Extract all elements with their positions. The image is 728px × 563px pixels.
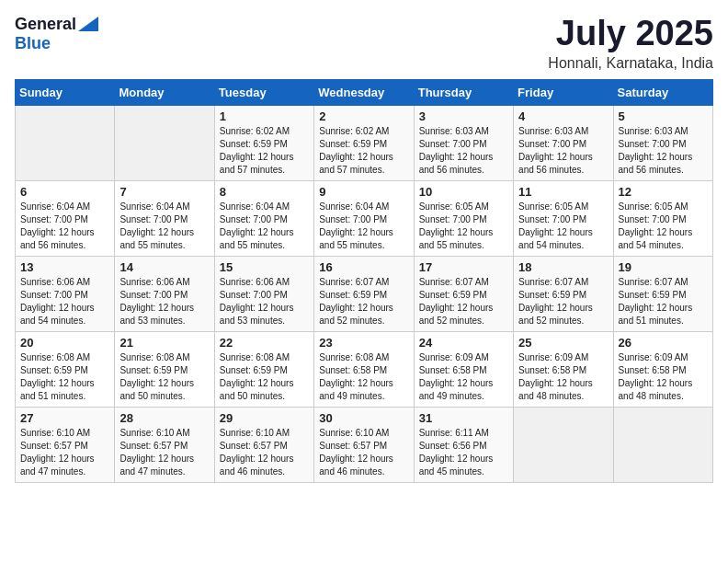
day-number: 24 (419, 336, 508, 350)
day-info: Sunrise: 6:02 AMSunset: 6:59 PMDaylight:… (220, 125, 309, 177)
logo-icon (78, 17, 98, 31)
day-cell: 8Sunrise: 6:04 AMSunset: 7:00 PMDaylight… (214, 180, 313, 256)
day-number: 17 (419, 260, 508, 274)
day-number: 21 (119, 336, 209, 350)
day-cell (613, 407, 712, 482)
day-number: 28 (119, 411, 209, 425)
day-number: 12 (619, 185, 708, 199)
day-info: Sunrise: 6:06 AMSunset: 7:00 PMDaylight:… (20, 276, 109, 327)
day-info: Sunrise: 6:10 AMSunset: 6:57 PMDaylight:… (20, 427, 109, 478)
day-cell: 28Sunrise: 6:10 AMSunset: 6:57 PMDayligh… (115, 407, 214, 482)
day-cell: 22Sunrise: 6:08 AMSunset: 6:59 PMDayligh… (214, 331, 313, 407)
day-number: 15 (220, 260, 309, 274)
calendar-header-row: SundayMondayTuesdayWednesdayThursdayFrid… (16, 79, 713, 105)
week-row-1: 1Sunrise: 6:02 AMSunset: 6:59 PMDaylight… (16, 105, 713, 180)
calendar-location: Honnali, Karnataka, India (548, 55, 713, 72)
page-header: General Blue July 2025 Honnali, Karnatak… (15, 15, 713, 72)
day-info: Sunrise: 6:07 AMSunset: 6:59 PMDaylight:… (518, 276, 608, 327)
day-info: Sunrise: 6:05 AMSunset: 7:00 PMDaylight:… (619, 201, 708, 252)
day-cell (115, 105, 214, 180)
day-info: Sunrise: 6:03 AMSunset: 7:00 PMDaylight:… (619, 125, 708, 177)
day-info: Sunrise: 6:07 AMSunset: 6:59 PMDaylight:… (419, 276, 508, 327)
day-number: 23 (319, 336, 408, 350)
day-number: 26 (619, 336, 708, 350)
day-cell: 10Sunrise: 6:05 AMSunset: 7:00 PMDayligh… (414, 180, 513, 256)
day-header-wednesday: Wednesday (314, 79, 414, 105)
day-cell: 18Sunrise: 6:07 AMSunset: 6:59 PMDayligh… (514, 256, 613, 331)
day-info: Sunrise: 6:10 AMSunset: 6:57 PMDaylight:… (220, 427, 309, 478)
day-number: 31 (419, 411, 508, 425)
day-cell: 25Sunrise: 6:09 AMSunset: 6:58 PMDayligh… (514, 331, 613, 407)
day-info: Sunrise: 6:11 AMSunset: 6:56 PMDaylight:… (419, 427, 508, 478)
week-row-4: 20Sunrise: 6:08 AMSunset: 6:59 PMDayligh… (16, 331, 713, 407)
day-number: 13 (20, 260, 109, 274)
day-number: 3 (419, 109, 508, 123)
day-cell: 26Sunrise: 6:09 AMSunset: 6:58 PMDayligh… (613, 331, 712, 407)
day-number: 18 (518, 260, 608, 274)
day-cell: 20Sunrise: 6:08 AMSunset: 6:59 PMDayligh… (16, 331, 115, 407)
day-cell: 24Sunrise: 6:09 AMSunset: 6:58 PMDayligh… (414, 331, 513, 407)
day-number: 10 (419, 185, 508, 199)
day-number: 7 (119, 185, 209, 199)
day-cell: 13Sunrise: 6:06 AMSunset: 7:00 PMDayligh… (16, 256, 115, 331)
day-cell: 19Sunrise: 6:07 AMSunset: 6:59 PMDayligh… (613, 256, 712, 331)
day-cell: 7Sunrise: 6:04 AMSunset: 7:00 PMDaylight… (115, 180, 214, 256)
week-row-2: 6Sunrise: 6:04 AMSunset: 7:00 PMDaylight… (16, 180, 713, 256)
day-number: 5 (619, 109, 708, 123)
day-number: 29 (220, 411, 309, 425)
day-header-monday: Monday (115, 79, 214, 105)
day-cell: 11Sunrise: 6:05 AMSunset: 7:00 PMDayligh… (514, 180, 613, 256)
day-info: Sunrise: 6:08 AMSunset: 6:59 PMDaylight:… (220, 351, 309, 403)
day-header-friday: Friday (514, 79, 613, 105)
day-cell: 6Sunrise: 6:04 AMSunset: 7:00 PMDaylight… (16, 180, 115, 256)
day-number: 2 (319, 109, 408, 123)
title-block: July 2025 Honnali, Karnataka, India (548, 15, 713, 72)
day-number: 6 (20, 185, 109, 199)
day-number: 20 (20, 336, 109, 350)
day-cell: 3Sunrise: 6:03 AMSunset: 7:00 PMDaylight… (414, 105, 513, 180)
day-info: Sunrise: 6:02 AMSunset: 6:59 PMDaylight:… (319, 125, 408, 177)
day-info: Sunrise: 6:08 AMSunset: 6:58 PMDaylight:… (319, 351, 408, 403)
day-info: Sunrise: 6:04 AMSunset: 7:00 PMDaylight:… (220, 201, 309, 252)
svg-marker-0 (78, 17, 98, 31)
day-info: Sunrise: 6:03 AMSunset: 7:00 PMDaylight:… (419, 125, 508, 177)
calendar-table: SundayMondayTuesdayWednesdayThursdayFrid… (15, 79, 713, 483)
day-info: Sunrise: 6:08 AMSunset: 6:59 PMDaylight:… (119, 351, 209, 403)
logo: General Blue (15, 15, 98, 53)
logo-general-text: General (15, 15, 76, 34)
day-info: Sunrise: 6:05 AMSunset: 7:00 PMDaylight:… (518, 201, 608, 252)
day-cell: 30Sunrise: 6:10 AMSunset: 6:57 PMDayligh… (314, 407, 414, 482)
day-cell: 15Sunrise: 6:06 AMSunset: 7:00 PMDayligh… (214, 256, 313, 331)
day-header-tuesday: Tuesday (214, 79, 313, 105)
day-info: Sunrise: 6:08 AMSunset: 6:59 PMDaylight:… (20, 351, 109, 403)
day-info: Sunrise: 6:04 AMSunset: 7:00 PMDaylight:… (319, 201, 408, 252)
day-number: 27 (20, 411, 109, 425)
day-cell: 27Sunrise: 6:10 AMSunset: 6:57 PMDayligh… (16, 407, 115, 482)
day-info: Sunrise: 6:04 AMSunset: 7:00 PMDaylight:… (119, 201, 209, 252)
day-number: 22 (220, 336, 309, 350)
day-info: Sunrise: 6:06 AMSunset: 7:00 PMDaylight:… (220, 276, 309, 327)
day-info: Sunrise: 6:07 AMSunset: 6:59 PMDaylight:… (619, 276, 708, 327)
week-row-5: 27Sunrise: 6:10 AMSunset: 6:57 PMDayligh… (16, 407, 713, 482)
day-cell: 14Sunrise: 6:06 AMSunset: 7:00 PMDayligh… (115, 256, 214, 331)
day-info: Sunrise: 6:09 AMSunset: 6:58 PMDaylight:… (619, 351, 708, 403)
day-cell: 12Sunrise: 6:05 AMSunset: 7:00 PMDayligh… (613, 180, 712, 256)
day-number: 16 (319, 260, 408, 274)
day-cell (16, 105, 115, 180)
day-info: Sunrise: 6:06 AMSunset: 7:00 PMDaylight:… (119, 276, 209, 327)
day-number: 8 (220, 185, 309, 199)
day-cell: 29Sunrise: 6:10 AMSunset: 6:57 PMDayligh… (214, 407, 313, 482)
day-info: Sunrise: 6:10 AMSunset: 6:57 PMDaylight:… (119, 427, 209, 478)
day-info: Sunrise: 6:04 AMSunset: 7:00 PMDaylight:… (20, 201, 109, 252)
logo-blue-text: Blue (15, 34, 51, 52)
day-number: 19 (619, 260, 708, 274)
day-cell: 21Sunrise: 6:08 AMSunset: 6:59 PMDayligh… (115, 331, 214, 407)
day-number: 14 (119, 260, 209, 274)
day-number: 25 (518, 336, 608, 350)
day-cell: 16Sunrise: 6:07 AMSunset: 6:59 PMDayligh… (314, 256, 414, 331)
day-info: Sunrise: 6:10 AMSunset: 6:57 PMDaylight:… (319, 427, 408, 478)
day-number: 30 (319, 411, 408, 425)
week-row-3: 13Sunrise: 6:06 AMSunset: 7:00 PMDayligh… (16, 256, 713, 331)
day-cell: 31Sunrise: 6:11 AMSunset: 6:56 PMDayligh… (414, 407, 513, 482)
day-header-thursday: Thursday (414, 79, 513, 105)
